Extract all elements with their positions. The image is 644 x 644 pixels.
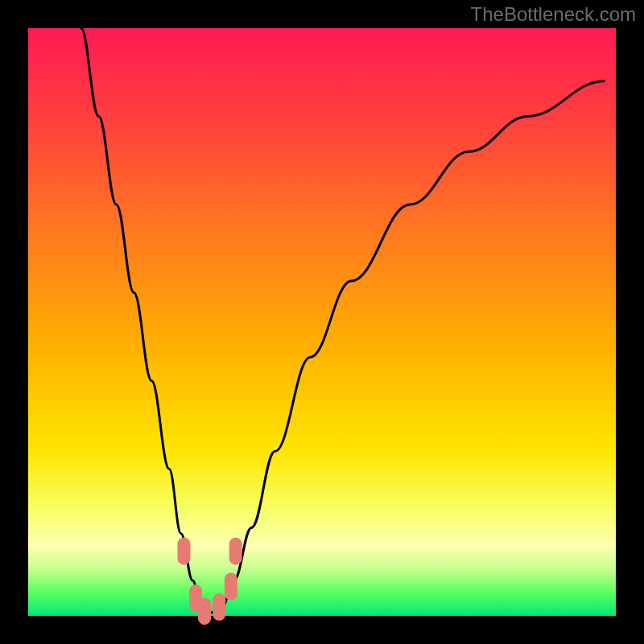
bottleneck-chart <box>0 0 644 644</box>
chart-container: TheBottleneck.com <box>0 0 644 644</box>
curve-marker <box>229 538 242 565</box>
watermark-text: TheBottleneck.com <box>471 3 636 26</box>
curve-marker <box>213 593 225 621</box>
curve-marker <box>198 597 211 625</box>
curve-marker <box>225 573 237 601</box>
curve-marker <box>177 538 190 565</box>
